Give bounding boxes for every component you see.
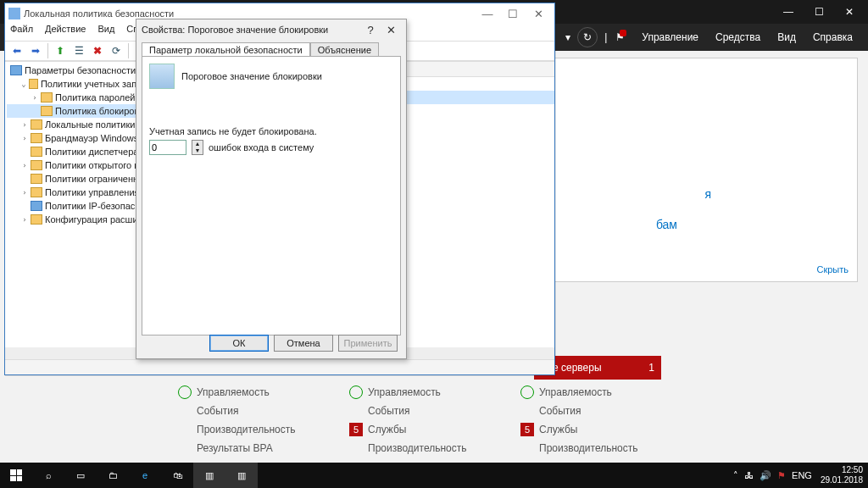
network-icon[interactable]: 🖧 <box>744 470 754 480</box>
mmc-maximize-button[interactable]: ☐ <box>500 8 526 20</box>
mmc-close-button[interactable]: ✕ <box>526 8 551 20</box>
apply-button[interactable]: Применить <box>338 335 398 352</box>
tree-pubkey[interactable]: ›Политики открытого клю <box>7 158 157 172</box>
status-manageability-3[interactable]: Управляемость <box>520 383 682 402</box>
cancel-button[interactable]: Отмена <box>274 335 333 352</box>
toolbar-separator <box>128 43 129 58</box>
root-icon <box>10 65 22 75</box>
dialog-titlebar[interactable]: Свойства: Пороговое значение блокировки … <box>136 19 406 40</box>
store-button[interactable]: 🛍 <box>161 463 193 488</box>
tray-overflow-icon[interactable]: ˄ <box>733 470 738 481</box>
start-button[interactable] <box>0 463 32 488</box>
tab-local-security[interactable]: Параметр локальной безопасности <box>142 42 310 57</box>
expander-icon[interactable]: ⌄ <box>20 80 27 88</box>
status-manageability-2[interactable]: Управляемость <box>349 383 510 402</box>
internet-explorer-button[interactable]: e <box>129 463 161 488</box>
status-services-3[interactable]: 5Службы <box>520 420 682 439</box>
sound-icon[interactable]: 🔊 <box>760 470 771 481</box>
welcome-panel: я бам Скрыть <box>519 58 858 282</box>
properties-icon[interactable]: ☰ <box>70 42 87 59</box>
tree-firewall[interactable]: ›Брандмауэр Windows в р <box>7 131 157 145</box>
mmc-statusbar <box>5 359 554 374</box>
spin-up-icon[interactable]: ▲ <box>192 141 203 147</box>
mmc-minimize-button[interactable]: — <box>475 8 500 20</box>
status-column-1: Управляемость События Производительность… <box>178 383 339 458</box>
menu-action[interactable]: Действие <box>45 24 86 34</box>
folder-icon <box>31 174 42 184</box>
search-button[interactable]: ⌕ <box>32 463 64 488</box>
stepper[interactable]: ▲ ▼ <box>192 140 203 155</box>
folder-icon <box>41 92 53 103</box>
status-events-3[interactable]: События <box>520 402 682 420</box>
tree-app-mgmt[interactable]: ›Политики управления пр <box>7 186 157 199</box>
taskbar: ⌕ ▭ 🗀 e 🛍 ▥ ▥ ˄ 🖧 🔊 ⚑ ENG 12:50 29.01.20… <box>0 463 868 488</box>
file-explorer-button[interactable]: 🗀 <box>97 463 129 488</box>
help-button[interactable]: ? <box>360 24 381 36</box>
windows-logo-icon <box>10 469 22 481</box>
menu-file[interactable]: Файл <box>10 24 33 34</box>
sm-menu-manage[interactable]: Управление <box>642 31 698 43</box>
expander-icon[interactable]: › <box>20 161 29 169</box>
notifications-flag-icon[interactable]: ⚑ <box>615 31 625 43</box>
unit-label: ошибок входа в систему <box>209 142 314 152</box>
spin-down-icon[interactable]: ▼ <box>192 147 203 154</box>
sm-close-button[interactable]: ✕ <box>834 2 865 22</box>
folder-icon <box>41 106 53 116</box>
sm-menu-tools[interactable]: Средства <box>715 31 760 43</box>
expander-icon[interactable]: › <box>20 215 29 224</box>
up-icon[interactable]: ⬆ <box>52 42 69 59</box>
expander-icon[interactable]: › <box>20 120 29 129</box>
status-performance-2[interactable]: Производительность <box>349 439 510 458</box>
tree-ipsec[interactable]: ·Политики IP-безопасност <box>7 199 157 213</box>
folder-icon <box>31 147 42 157</box>
status-events-2[interactable]: События <box>349 402 510 420</box>
sm-maximize-button[interactable]: ☐ <box>804 2 834 22</box>
status-performance-3[interactable]: Производительность <box>520 439 682 458</box>
hide-link[interactable]: Скрыть <box>816 264 849 274</box>
tree-advanced[interactable]: ›Конфигурация расширен <box>7 213 157 226</box>
expander-icon[interactable]: › <box>20 188 29 197</box>
ok-button[interactable]: ОК <box>209 335 269 352</box>
system-tray: ˄ 🖧 🔊 ⚑ ENG <box>730 470 815 481</box>
status-bpa[interactable]: Результаты BPA <box>178 439 339 458</box>
policy-tree[interactable]: Параметры безопасности ⌄Политики учетных… <box>5 62 158 359</box>
dialog-page: Пороговое значение блокировки Учетная за… <box>142 56 401 336</box>
tree-root[interactable]: Параметры безопасности <box>7 64 157 77</box>
language-indicator[interactable]: ENG <box>792 470 812 480</box>
tree-account-policies[interactable]: ⌄Политики учетных записей <box>7 77 157 91</box>
tab-explanation[interactable]: Объяснение <box>310 42 379 57</box>
tree-password-policy[interactable]: ›Политика паролей <box>7 91 157 104</box>
status-services-2[interactable]: 5Службы <box>349 420 510 439</box>
expander-icon[interactable]: › <box>31 93 39 102</box>
refresh-icon[interactable]: ⟳ <box>108 42 125 59</box>
tree-local-policies[interactable]: ›Локальные политики <box>7 118 157 131</box>
action-center-flag-icon[interactable]: ⚑ <box>777 470 786 481</box>
toolbar-separator <box>47 43 48 58</box>
server-manager-taskbar-button[interactable]: ▥ <box>193 463 225 488</box>
sm-dropdown-indicator[interactable]: ▾ <box>565 31 570 43</box>
forward-icon[interactable]: ➡ <box>27 42 44 59</box>
lockout-threshold-input[interactable] <box>149 140 186 155</box>
clock[interactable]: 12:50 29.01.2018 <box>815 465 868 485</box>
menu-view[interactable]: Вид <box>97 24 114 34</box>
mmc-title: Локальная политика безопасности <box>24 8 174 19</box>
refresh-icon[interactable]: ↻ <box>577 27 598 47</box>
tree-lockout-policy[interactable]: ·Политика блокировки <box>7 104 157 118</box>
folder-icon <box>29 79 38 89</box>
delete-icon[interactable]: ✖ <box>89 42 106 59</box>
close-button[interactable]: ✕ <box>381 24 401 36</box>
status-events[interactable]: События <box>178 402 339 420</box>
back-icon[interactable]: ⬅ <box>8 42 25 59</box>
welcome-frag-1: я <box>530 187 847 201</box>
task-view-button[interactable]: ▭ <box>64 463 97 488</box>
sm-menu-view[interactable]: Вид <box>777 31 796 43</box>
status-manageability[interactable]: Управляемость <box>178 383 339 402</box>
sm-menu-help[interactable]: Справка <box>813 31 853 43</box>
sm-minimize-button[interactable]: — <box>773 2 804 22</box>
expander-icon[interactable]: › <box>20 134 29 142</box>
status-performance[interactable]: Производительность <box>178 420 339 439</box>
secpol-taskbar-button[interactable]: ▥ <box>225 463 258 488</box>
tree-dispatcher[interactable]: ·Политики диспетчера сп <box>7 145 157 158</box>
tree-restricted[interactable]: ·Политики ограниченного <box>7 172 157 186</box>
dialog-title: Свойства: Пороговое значение блокировки <box>142 25 328 35</box>
